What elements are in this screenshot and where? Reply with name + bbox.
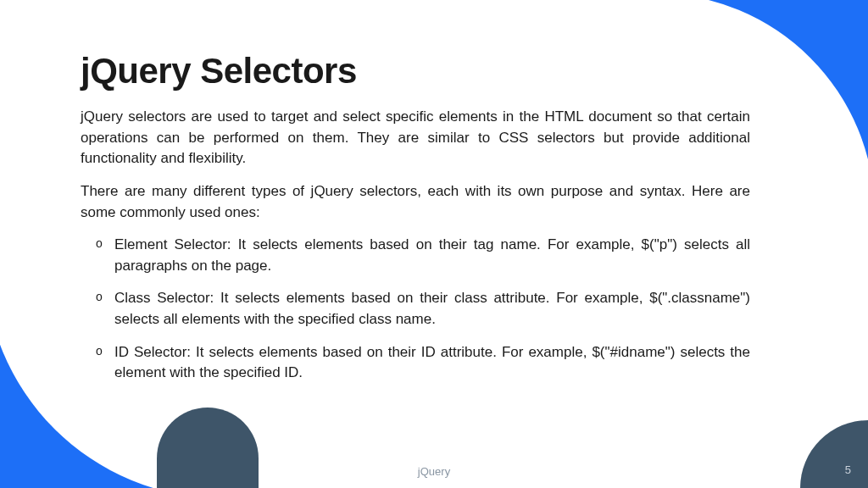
slide-content: jQuery Selectors jQuery selectors are us… <box>81 51 750 396</box>
list-item: ID Selector: It selects elements based o… <box>96 342 750 384</box>
selector-list: Element Selector: It selects elements ba… <box>81 235 750 384</box>
list-item: Class Selector: It selects elements base… <box>96 288 750 330</box>
page-number: 5 <box>845 463 851 476</box>
decoration-bottom-right <box>800 420 868 488</box>
slide-title: jQuery Selectors <box>81 51 750 92</box>
intro-paragraph-1: jQuery selectors are used to target and … <box>81 107 750 169</box>
intro-paragraph-2: There are many different types of jQuery… <box>81 181 750 223</box>
list-item: Element Selector: It selects elements ba… <box>96 235 750 276</box>
footer-label: jQuery <box>418 465 450 478</box>
